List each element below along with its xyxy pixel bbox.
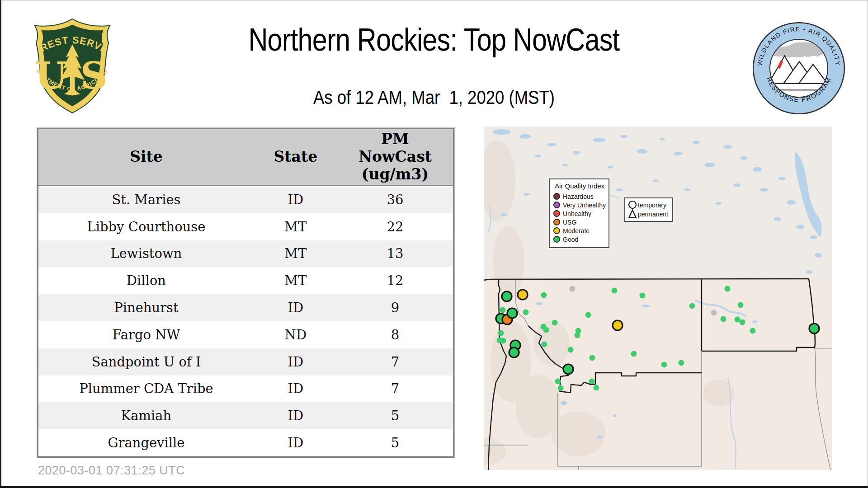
cell-state: ID (254, 348, 337, 375)
col-header-state: State (254, 129, 337, 186)
monitor-dot-small (575, 333, 580, 338)
monitor-dot-small (612, 288, 618, 294)
table-row: Fargo NWND8 (38, 321, 454, 348)
cell-pm: 7 (337, 348, 454, 375)
monitor-dot-small (542, 342, 547, 347)
monitor-map: Air Quality Index HazardousVery Unhealth… (484, 127, 832, 470)
marker-type-legend: temporarypermanent (624, 197, 673, 222)
monitor-dot-small (541, 292, 547, 298)
monitor-dot-large (563, 364, 573, 374)
header: Northern Rockies: Top NowCast (0, 22, 868, 58)
monitor-dot-large (502, 291, 512, 301)
cell-site: Lewistown (38, 240, 254, 267)
page-title: Northern Rockies: Top NowCast (249, 22, 620, 58)
monitor-dot-small (725, 286, 731, 292)
table-row: Sandpoint U of IID7 (38, 348, 454, 375)
aqi-legend-item: Hazardous (553, 192, 606, 201)
cell-state: MT (254, 213, 337, 240)
aqi-legend-label: Moderate (563, 227, 590, 235)
table-row: DillonMT12 (38, 267, 454, 294)
monitor-dot-small (631, 351, 637, 357)
monitor-dot-small (594, 385, 599, 391)
monitor-dot-small (498, 330, 504, 336)
table-row: GrangevilleID5 (38, 429, 454, 457)
monitor-dot-large (613, 320, 623, 330)
monitor-dot-small (589, 379, 595, 385)
marker-symbols (627, 200, 638, 220)
marker-legend-label-circle: temporary (638, 201, 668, 210)
cell-pm: 9 (337, 294, 454, 321)
aqi-legend-label: Very Unhealthy (563, 202, 606, 209)
cell-site: Libby Courthouse (38, 213, 254, 240)
monitor-dot-large (509, 347, 519, 357)
map-canvas (484, 127, 832, 470)
page-subtitle: As of 12 AM, Mar 1, 2020 (MST) (313, 87, 555, 108)
cell-state: ND (254, 321, 337, 348)
cell-site: Kamiah (38, 402, 254, 429)
monitor-dot-small (543, 327, 549, 333)
cell-pm: 5 (337, 402, 454, 429)
cell-site: Pinehurst (38, 294, 254, 321)
usfs-logo: FOREST SERVICE U S DEPARTMENT OF AGRICUL… (25, 16, 119, 117)
aqi-swatch-icon (553, 210, 560, 217)
cell-pm: 8 (337, 321, 454, 348)
table-body: St. MariesID36Libby CourthouseMT22Lewist… (38, 186, 454, 457)
monitor-dot-small (721, 316, 726, 322)
cell-pm: 36 (337, 186, 454, 213)
monitor-dot-small (679, 360, 684, 366)
monitor-dot-small (590, 355, 595, 361)
monitor-dot-small (552, 320, 558, 326)
aqi-legend-title: Air Quality Index (553, 182, 606, 190)
cell-state: ID (254, 186, 337, 213)
monitor-dot-small (640, 293, 646, 299)
col-header-pm: PM NowCast (ug/m3) (337, 129, 454, 186)
aqi-legend-item: USG (553, 218, 606, 226)
aqi-swatch-icon (553, 219, 560, 225)
monitor-dot-small (689, 303, 695, 309)
cell-site: Grangeville (38, 429, 254, 457)
aqi-legend-label: Unhealthy (563, 210, 591, 217)
aqi-legend-item: Moderate (553, 226, 606, 235)
table-header-row: Site State PM NowCast (ug/m3) (38, 129, 454, 186)
cell-pm: 22 (337, 213, 454, 240)
monitor-dot-small (585, 312, 591, 318)
cell-state: MT (254, 267, 337, 294)
table-row: PinehurstID9 (38, 294, 454, 321)
table-row: LewistownMT13 (38, 240, 454, 267)
monitor-dot-small (555, 379, 561, 385)
cell-site: Plummer CDA Tribe (38, 375, 254, 403)
cell-pm: 13 (337, 240, 454, 267)
cell-state: ID (254, 375, 337, 403)
aqi-legend: Air Quality Index HazardousVery Unhealth… (549, 178, 609, 248)
table-row: Plummer CDA TribeID7 (38, 375, 454, 403)
aqi-swatch-icon (553, 236, 560, 243)
marker-legend-label-triangle: permanent (638, 210, 668, 219)
monitor-dot-large (809, 324, 819, 333)
monitor-dot-small (661, 362, 667, 368)
monitor-dot-small (523, 310, 529, 315)
aqi-legend-label: Hazardous (563, 193, 594, 200)
aqi-legend-label: Good (563, 236, 578, 243)
monitor-dot-small (500, 338, 506, 344)
cell-pm: 7 (337, 375, 454, 403)
aqi-legend-item: Unhealthy (553, 209, 606, 218)
cell-pm: 5 (337, 429, 454, 457)
monitor-dot-small (711, 310, 717, 316)
cell-pm: 12 (337, 267, 454, 294)
cell-site: Dillon (38, 267, 254, 294)
generated-timestamp: 2020-03-01 07:31:25 UTC (38, 464, 185, 478)
aqi-swatch-icon (553, 193, 560, 200)
aqi-swatch-icon (553, 202, 560, 208)
monitor-dot-small (568, 347, 574, 353)
col-header-site: Site (38, 129, 254, 186)
monitor-dot-large (507, 308, 517, 318)
cell-site: St. Maries (38, 186, 254, 213)
monitor-dot-small (738, 302, 744, 308)
subheader: As of 12 AM, Mar 1, 2020 (MST) (0, 87, 868, 108)
monitor-dot-small (735, 317, 741, 323)
aqi-legend-label: USG (563, 219, 576, 226)
cell-site: Sandpoint U of I (38, 348, 254, 375)
cell-state: MT (254, 240, 337, 267)
monitor-dot-large (518, 290, 528, 300)
aqi-legend-item: Very Unhealthy (553, 201, 606, 209)
